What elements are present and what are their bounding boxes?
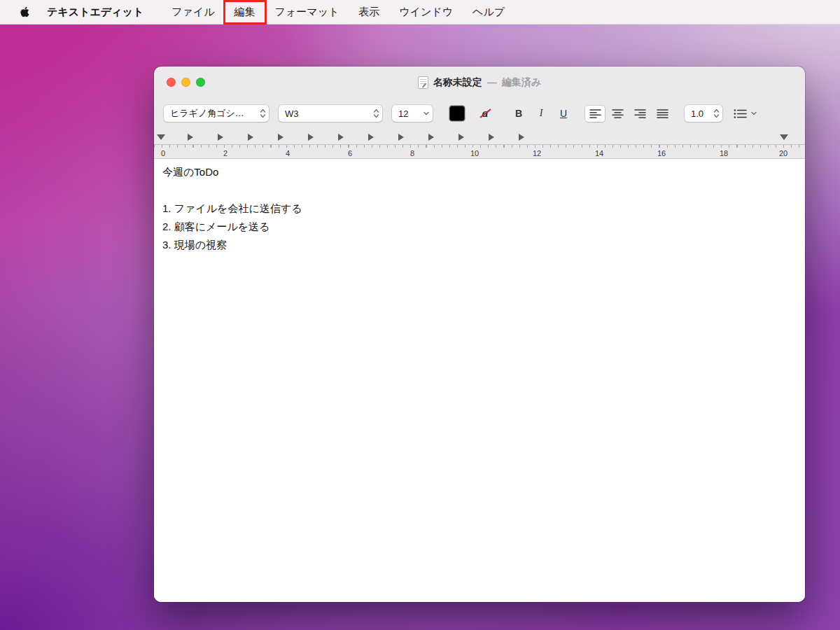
- ruler-number: 0: [161, 149, 165, 158]
- zoom-button[interactable]: [196, 78, 205, 87]
- menu-item-edit[interactable]: 編集: [225, 2, 265, 22]
- tab-stop-marker[interactable]: [188, 134, 193, 141]
- tab-stop-marker[interactable]: [218, 134, 223, 141]
- underline-button[interactable]: U: [554, 105, 573, 122]
- align-right-icon: [634, 109, 646, 118]
- chevron-down-icon: [750, 110, 757, 117]
- ruler-scale: 0 2 4 6 8 10 12 14 16 18 20: [154, 144, 805, 158]
- chevron-down-icon: [423, 110, 430, 117]
- tab-stop-marker[interactable]: [428, 134, 434, 141]
- document-line: 3. 現場の視察: [162, 236, 797, 254]
- menu-bar: テキストエディット ファイル 編集 フォーマット 表示 ウインドウ ヘルプ: [0, 0, 840, 24]
- align-center-icon: [612, 109, 624, 118]
- document-line: 1. ファイルを会社に送信する: [162, 200, 797, 218]
- ruler: 0 2 4 6 8 10 12 14 16 18 20: [154, 129, 805, 158]
- title-bar: 名称未設定 — 編集済み: [154, 66, 805, 98]
- ruler-number: 6: [348, 149, 352, 158]
- menu-item-file[interactable]: ファイル: [162, 2, 223, 22]
- ruler-number: 16: [657, 149, 666, 158]
- edited-status: 編集済み: [502, 76, 541, 89]
- title-separator: —: [487, 77, 497, 88]
- desktop: テキストエディット ファイル 編集 フォーマット 表示 ウインドウ ヘルプ 名称…: [0, 0, 840, 630]
- ruler-number: 4: [286, 149, 290, 158]
- tab-stop-marker[interactable]: [519, 134, 524, 141]
- ruler-number: 18: [720, 149, 728, 158]
- menu-item-format[interactable]: フォーマット: [266, 2, 349, 22]
- document-icon: [418, 76, 428, 89]
- italic-button[interactable]: I: [532, 105, 550, 122]
- stepper-icon: [373, 108, 379, 119]
- stepper-icon: [260, 108, 266, 119]
- tab-stop-marker[interactable]: [489, 134, 494, 141]
- align-right-button[interactable]: [630, 106, 650, 122]
- document-line: 今週のToDo: [162, 163, 797, 181]
- right-margin-marker[interactable]: [780, 134, 788, 140]
- font-family-select[interactable]: ヒラギノ角ゴシ…: [164, 105, 269, 122]
- textedit-window: 名称未設定 — 編集済み ヒラギノ角ゴシ… W3 12: [154, 66, 805, 602]
- window-title: 名称未設定: [433, 76, 482, 89]
- typeface-select[interactable]: W3: [279, 105, 382, 122]
- text-color-well[interactable]: [449, 106, 465, 121]
- tab-stop-marker[interactable]: [368, 134, 374, 141]
- font-size-select[interactable]: 12: [392, 105, 433, 122]
- document-line: 2. 顧客にメールを送る: [162, 218, 797, 236]
- align-center-button[interactable]: [608, 106, 627, 122]
- menu-item-view[interactable]: 表示: [349, 2, 388, 22]
- align-justify-icon: [657, 109, 668, 118]
- align-left-icon: [589, 109, 601, 118]
- align-left-button[interactable]: [585, 106, 605, 122]
- ruler-number: 10: [470, 149, 479, 158]
- list-style-select[interactable]: [734, 109, 757, 118]
- ruler-number: 8: [410, 149, 414, 158]
- tab-stop-marker[interactable]: [338, 134, 344, 141]
- document-line: [162, 181, 797, 200]
- tab-stop-marker[interactable]: [458, 134, 464, 141]
- align-justify-button[interactable]: [652, 106, 672, 122]
- tab-stop-marker[interactable]: [398, 134, 404, 141]
- format-toolbar: ヒラギノ角ゴシ… W3 12 a B I U: [154, 98, 805, 129]
- tab-stop-marker[interactable]: [248, 134, 253, 141]
- bold-button[interactable]: B: [510, 105, 528, 122]
- menu-item-help[interactable]: ヘルプ: [463, 2, 514, 22]
- ruler-number: 2: [223, 149, 227, 158]
- tab-stop-marker[interactable]: [308, 134, 314, 141]
- list-bullets-icon: [734, 109, 747, 118]
- document-text-area[interactable]: 今週のToDo 1. ファイルを会社に送信する 2. 顧客にメールを送る 3. …: [154, 158, 805, 602]
- apple-logo-icon[interactable]: [20, 5, 31, 19]
- app-menu-title[interactable]: テキストエディット: [47, 6, 144, 19]
- stepper-icon: [713, 108, 720, 119]
- background-color-icon[interactable]: a: [477, 106, 493, 121]
- ruler-number: 12: [533, 149, 541, 158]
- minimize-button[interactable]: [181, 78, 190, 87]
- line-spacing-select[interactable]: 1.0: [685, 105, 722, 122]
- left-margin-marker[interactable]: [157, 134, 165, 140]
- tab-stop-marker[interactable]: [278, 134, 284, 141]
- ruler-number: 14: [595, 149, 603, 158]
- close-button[interactable]: [167, 78, 176, 87]
- menu-item-window[interactable]: ウインドウ: [390, 2, 462, 22]
- ruler-number: 20: [779, 149, 788, 158]
